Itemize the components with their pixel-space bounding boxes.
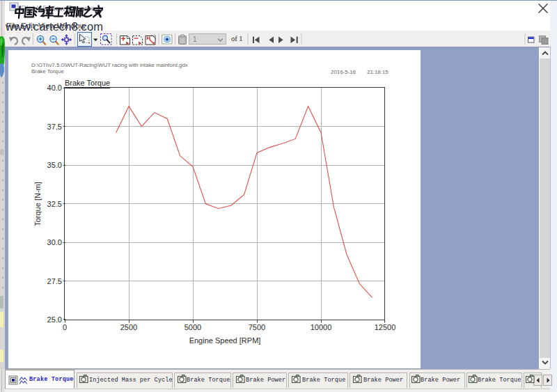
svg-text:1: 1 <box>193 36 197 43</box>
